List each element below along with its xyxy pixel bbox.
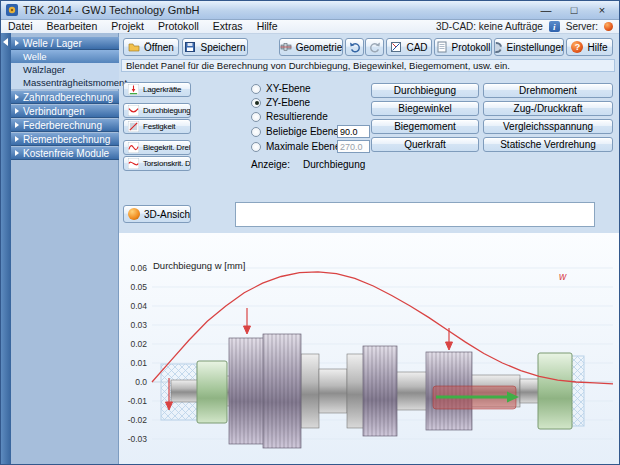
- titlebar: TBK 2014 - GWJ Technology GmbH — □ ×: [1, 1, 619, 20]
- radio-label: ZY-Ebene: [266, 97, 310, 108]
- maximize-button[interactable]: □: [562, 3, 586, 18]
- window-title: TBK 2014 - GWJ Technology GmbH: [23, 4, 199, 16]
- group-arrow-icon: [15, 136, 19, 142]
- group-label: Verbindungen: [23, 106, 85, 117]
- result-button-label: Statische Verdrehung: [500, 139, 596, 150]
- bearing-block-right: [538, 353, 572, 429]
- cad-label: CAD: [406, 42, 427, 53]
- y-tick-label: 0.0: [135, 377, 147, 387]
- menu-bearbeiten[interactable]: Bearbeiten: [40, 20, 105, 33]
- durchbiegung-result-button[interactable]: Durchbiegung: [371, 83, 479, 98]
- curve-label: w: [559, 271, 567, 282]
- gear-icon: [494, 42, 502, 53]
- sidebar-group-welle-lager[interactable]: Welle / Lager: [11, 37, 119, 50]
- view-3d-label: 3D-Ansicht: [144, 209, 191, 220]
- sidebar-collapse-strip[interactable]: [1, 33, 11, 465]
- open-button[interactable]: Öffnen: [123, 38, 179, 56]
- drehmoment-button[interactable]: Drehmoment: [483, 83, 613, 98]
- durchbiegung-button[interactable]: Durchbiegung, ...: [123, 103, 191, 118]
- einstellungen-button[interactable]: Einstellungen: [494, 38, 564, 56]
- hilfe-label: Hilfe: [587, 42, 607, 53]
- radio-maximale-ebene[interactable]: Maximale Ebene: [251, 141, 340, 152]
- einstellungen-label: Einstellungen: [506, 42, 564, 53]
- redo-button[interactable]: [365, 38, 384, 56]
- biegemoment-button[interactable]: Biegemoment: [371, 119, 479, 134]
- menu-extras[interactable]: Extras: [206, 20, 250, 33]
- sidebar-group-zahnradberechnung[interactable]: Zahnradberechnung: [11, 91, 119, 104]
- calc-button-label: Lagerkräfte: [143, 85, 181, 94]
- bending-critical-icon: [128, 142, 139, 153]
- collapse-arrow-icon: [3, 38, 8, 46]
- radio-label: Resultierende: [266, 111, 328, 122]
- y-tick-label: 0.05: [130, 282, 147, 292]
- radio-xy-ebene[interactable]: XY-Ebene: [251, 83, 311, 94]
- undo-icon: [349, 41, 361, 53]
- view-3d-button[interactable]: 3D-Ansicht: [123, 205, 191, 223]
- radio-icon: [251, 142, 261, 152]
- biegekrit-drehzahl-button[interactable]: Biegekrit. Drehzahl: [123, 140, 191, 155]
- group-label: Zahnradberechnung: [23, 92, 113, 103]
- beliebige-ebene-input[interactable]: [337, 125, 370, 138]
- zug-druckkraft-button[interactable]: Zug-/Druckkraft: [483, 101, 613, 116]
- sidebar-group-federberechnung[interactable]: Federberechnung: [11, 119, 119, 132]
- minimize-button[interactable]: —: [534, 3, 558, 18]
- strength-icon: [128, 121, 139, 132]
- calc-button-label: Torsionskrit. Drehzahl: [143, 159, 191, 168]
- radio-zy-ebene[interactable]: ZY-Ebene: [251, 97, 310, 108]
- open-label: Öffnen: [144, 42, 174, 53]
- biegewinkel-button[interactable]: Biegewinkel: [371, 101, 479, 116]
- result-button-label: Drehmoment: [519, 85, 577, 96]
- sidebar-item-waelzlager[interactable]: Wälzlager: [11, 63, 119, 76]
- sidebar-item-massentraegheitsmoment[interactable]: Massenträgheitsmoment: [11, 76, 119, 89]
- radio-label: Maximale Ebene: [266, 141, 340, 152]
- sidebar-group-verbindungen[interactable]: Verbindungen: [11, 105, 119, 118]
- group-label: Federberechnung: [23, 120, 102, 131]
- anzeige-label: Anzeige:: [251, 159, 290, 170]
- output-field[interactable]: [235, 202, 595, 227]
- sidebar-group-kostenfreie-module[interactable]: Kostenfreie Module: [11, 147, 119, 160]
- y-tick-label: -0.03: [128, 434, 148, 444]
- calc-button-label: Durchbiegung, ...: [143, 106, 191, 115]
- hilfe-button[interactable]: ? Hilfe: [566, 38, 613, 56]
- sphere-3d-icon: [128, 208, 140, 220]
- save-button[interactable]: Speichern: [182, 38, 248, 56]
- geometry-icon: [280, 41, 292, 53]
- menu-projekt[interactable]: Projekt: [104, 20, 151, 33]
- menu-hilfe[interactable]: Hilfe: [250, 20, 285, 33]
- y-tick-label: 0.04: [130, 301, 147, 311]
- close-button[interactable]: ×: [590, 3, 614, 18]
- result-button-label: Biegemoment: [394, 121, 456, 132]
- vergleichsspannung-button[interactable]: Vergleichsspannung: [483, 119, 613, 134]
- group-arrow-icon: [15, 40, 19, 46]
- cad-status-label: 3D-CAD: keine Aufträge: [436, 21, 543, 32]
- menu-datei[interactable]: Datei: [1, 20, 40, 33]
- lagerkraefte-button[interactable]: Lagerkräfte: [123, 82, 191, 97]
- group-label: Kostenfreie Module: [23, 148, 109, 159]
- group-arrow-icon: [15, 150, 19, 156]
- group-arrow-icon: [15, 122, 19, 128]
- statische-verdrehung-button[interactable]: Statische Verdrehung: [483, 137, 613, 152]
- torsionskrit-drehzahl-button[interactable]: Torsionskrit. Drehzahl: [123, 156, 191, 171]
- festigkeit-button[interactable]: Festigkeit: [123, 119, 191, 134]
- y-tick-label: 0.06: [130, 263, 147, 273]
- menu-protokoll[interactable]: Protokoll: [151, 20, 206, 33]
- querkraft-button[interactable]: Querkraft: [371, 137, 479, 152]
- geometry-label: Geometrie: [296, 42, 343, 53]
- radio-resultierende[interactable]: Resultierende: [251, 111, 328, 122]
- save-label: Speichern: [200, 42, 245, 53]
- torsion-critical-icon: [128, 158, 139, 169]
- sidebar-item-welle[interactable]: Welle: [11, 50, 119, 63]
- geometry-button[interactable]: Geometrie: [279, 38, 343, 56]
- window-controls: — □ ×: [534, 3, 614, 18]
- info-icon[interactable]: i: [549, 21, 560, 32]
- sidebar-item-label: Massenträgheitsmoment: [23, 77, 127, 88]
- status-infobar: Blendet Panel für die Berechnung von Dur…: [121, 59, 615, 72]
- menubar: Datei Bearbeiten Projekt Protokoll Extra…: [1, 20, 619, 34]
- protokoll-button[interactable]: Protokoll: [434, 38, 492, 56]
- sidebar-group-riemenberechnung[interactable]: Riemenberechnung: [11, 133, 119, 146]
- bearing-force-icon: [128, 84, 139, 95]
- cad-button[interactable]: CAD: [386, 38, 432, 56]
- app-window: TBK 2014 - GWJ Technology GmbH — □ × Dat…: [0, 0, 620, 465]
- undo-button[interactable]: [345, 38, 364, 56]
- infobar-text: Blendet Panel für die Berechnung von Dur…: [126, 60, 510, 71]
